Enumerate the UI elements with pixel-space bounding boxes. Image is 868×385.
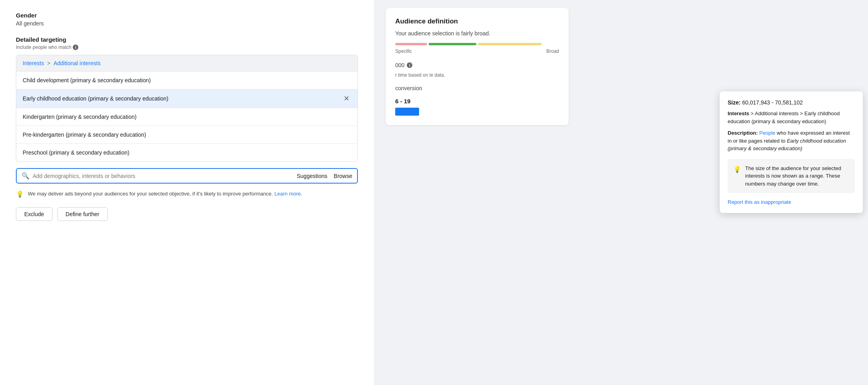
hint-text: The size of the audience for your select…: [745, 164, 849, 188]
size-note: r time based on le data.: [395, 72, 559, 79]
interests-box: Interests > Additional interests Child d…: [16, 55, 358, 162]
interest-item-text: Kindergarten (primary & secondary educat…: [23, 114, 136, 120]
detailed-targeting-section: Detailed targeting Include people who ma…: [16, 36, 358, 221]
interest-item-text: Pre-kindergarten (primary & secondary ed…: [23, 132, 146, 138]
breadcrumb-additional-link[interactable]: Additional interests: [54, 60, 101, 66]
meter-segment-yellow: [478, 43, 542, 45]
list-item[interactable]: Pre-kindergarten (primary & secondary ed…: [16, 126, 357, 144]
bottom-buttons: Exclude Define further: [16, 207, 358, 221]
tip-text: We may deliver ads beyond your audiences…: [28, 190, 302, 198]
audience-card: Audience definition Your audience select…: [386, 8, 569, 125]
tooltip-card: Size: 60,017,943 - 70,581,102 Interests …: [720, 91, 863, 213]
suggestions-button[interactable]: Suggestions: [297, 173, 327, 179]
define-further-button[interactable]: Define further: [57, 207, 108, 221]
gender-section: Gender All genders: [16, 12, 358, 27]
age-section: 6 - 19: [395, 98, 559, 116]
learn-more-link[interactable]: Learn more.: [274, 191, 302, 197]
interest-item-text: Early childhood education (primary & sec…: [23, 95, 169, 102]
search-icon: 🔍: [21, 172, 29, 180]
interest-item-text: Child development (primary & secondary e…: [23, 77, 151, 83]
meter-bar: [395, 43, 559, 45]
search-input[interactable]: [33, 173, 293, 179]
meter-label-broad: Broad: [546, 48, 559, 54]
close-icon[interactable]: ✕: [342, 95, 351, 102]
tooltip-path: Interests > Additional interests > Early…: [728, 110, 855, 125]
list-item[interactable]: Preschool (primary & secondary education…: [16, 144, 357, 161]
interest-item-text: Preschool (primary & secondary education…: [23, 149, 129, 156]
search-actions: Suggestions Browse: [297, 173, 352, 179]
detailed-targeting-label: Detailed targeting: [16, 36, 358, 43]
list-item[interactable]: Child development (primary & secondary e…: [16, 72, 357, 89]
meter-segment-red: [395, 43, 427, 45]
bulb-icon: 💡: [16, 190, 24, 198]
list-item[interactable]: Early childhood education (primary & sec…: [16, 89, 357, 108]
breadcrumb-separator: >: [47, 60, 52, 66]
list-item[interactable]: Kindergarten (primary & secondary educat…: [16, 108, 357, 126]
conversion-note: conversion: [395, 85, 559, 91]
tooltip-hint: 💡 The size of the audience for your sele…: [728, 159, 855, 193]
tooltip-size: Size: 60,017,943 - 70,581,102: [728, 99, 855, 106]
info-icon[interactable]: i: [73, 44, 78, 50]
meter-labels: Specific Broad: [395, 48, 559, 54]
info-icon-size[interactable]: i: [407, 62, 412, 68]
meter-label-specific: Specific: [395, 48, 412, 54]
browse-button[interactable]: Browse: [334, 173, 352, 179]
meter-segment-green: [429, 43, 476, 45]
breadcrumb-interests-link[interactable]: Interests: [23, 60, 44, 66]
people-link: People: [759, 130, 775, 136]
age-bar: [395, 108, 419, 116]
report-link[interactable]: Report this as inappropriate: [728, 199, 791, 205]
audience-subtitle: Your audience selection is fairly broad.: [395, 30, 559, 37]
audience-title: Audience definition: [395, 17, 559, 25]
right-panel: Audience definition Your audience select…: [374, 0, 868, 385]
include-label: Include people who match i: [16, 44, 358, 50]
age-range-label: 6 - 19: [395, 98, 559, 104]
gender-label: Gender: [16, 12, 358, 19]
search-bar: 🔍 Suggestions Browse: [16, 168, 358, 184]
gender-value: All genders: [16, 20, 358, 27]
size-row: 000 i: [395, 62, 559, 68]
breadcrumb-bar: Interests > Additional interests: [16, 55, 357, 72]
tip-row: 💡 We may deliver ads beyond your audienc…: [16, 190, 358, 198]
tooltip-desc: Description: People who have expressed a…: [728, 129, 855, 153]
bulb-icon-hint: 💡: [733, 165, 741, 174]
exclude-button[interactable]: Exclude: [16, 207, 52, 221]
